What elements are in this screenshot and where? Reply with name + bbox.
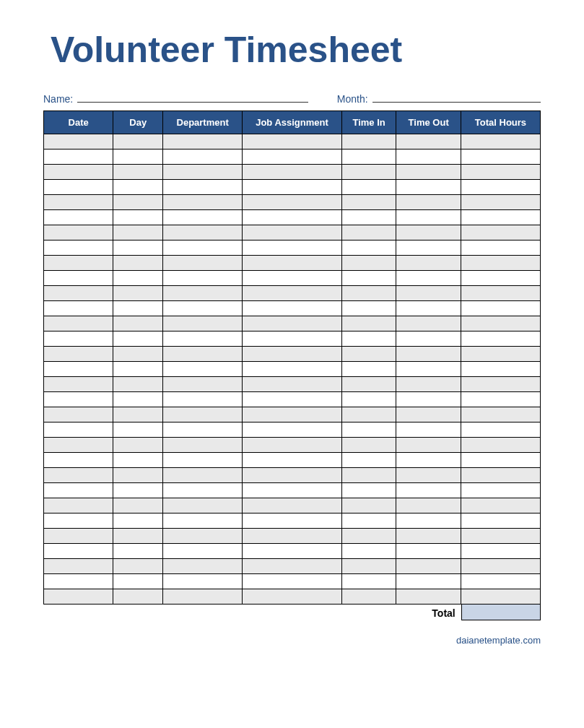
table-cell[interactable] [243, 195, 342, 210]
table-cell[interactable] [113, 195, 163, 210]
table-cell[interactable] [396, 468, 461, 483]
month-input-line[interactable] [372, 92, 541, 103]
table-cell[interactable] [113, 301, 163, 316]
table-cell[interactable] [163, 225, 243, 240]
name-input-line[interactable] [77, 92, 308, 103]
table-cell[interactable] [44, 392, 113, 407]
table-cell[interactable] [163, 514, 243, 529]
table-cell[interactable] [113, 271, 163, 286]
table-cell[interactable] [341, 301, 396, 316]
table-cell[interactable] [113, 483, 163, 498]
table-cell[interactable] [461, 407, 540, 422]
table-cell[interactable] [163, 392, 243, 407]
table-cell[interactable] [113, 225, 163, 240]
table-cell[interactable] [243, 377, 342, 392]
table-cell[interactable] [396, 256, 461, 271]
table-cell[interactable] [113, 286, 163, 301]
table-cell[interactable] [396, 301, 461, 316]
table-cell[interactable] [341, 165, 396, 180]
table-cell[interactable] [243, 392, 342, 407]
table-cell[interactable] [113, 134, 163, 150]
table-cell[interactable] [163, 332, 243, 347]
table-cell[interactable] [396, 210, 461, 225]
table-cell[interactable] [163, 134, 243, 150]
table-cell[interactable] [163, 240, 243, 256]
table-cell[interactable] [163, 347, 243, 362]
table-cell[interactable] [113, 180, 163, 195]
table-cell[interactable] [396, 377, 461, 392]
table-cell[interactable] [461, 240, 540, 256]
table-cell[interactable] [163, 150, 243, 165]
table-cell[interactable] [113, 165, 163, 180]
table-cell[interactable] [396, 316, 461, 332]
table-cell[interactable] [341, 134, 396, 150]
table-cell[interactable] [113, 498, 163, 514]
table-cell[interactable] [461, 301, 540, 316]
table-cell[interactable] [163, 589, 243, 604]
table-cell[interactable] [163, 529, 243, 544]
table-cell[interactable] [243, 150, 342, 165]
table-cell[interactable] [461, 165, 540, 180]
table-cell[interactable] [44, 468, 113, 483]
table-cell[interactable] [396, 544, 461, 559]
table-cell[interactable] [461, 438, 540, 453]
table-cell[interactable] [341, 589, 396, 604]
table-cell[interactable] [243, 210, 342, 225]
table-cell[interactable] [341, 407, 396, 422]
table-cell[interactable] [44, 240, 113, 256]
table-cell[interactable] [243, 271, 342, 286]
table-cell[interactable] [243, 529, 342, 544]
table-cell[interactable] [113, 559, 163, 574]
table-cell[interactable] [44, 559, 113, 574]
table-cell[interactable] [341, 453, 396, 468]
table-cell[interactable] [461, 377, 540, 392]
table-cell[interactable] [163, 483, 243, 498]
table-cell[interactable] [341, 362, 396, 377]
table-cell[interactable] [341, 225, 396, 240]
table-cell[interactable] [461, 195, 540, 210]
table-cell[interactable] [163, 256, 243, 271]
table-cell[interactable] [461, 271, 540, 286]
table-cell[interactable] [44, 574, 113, 589]
table-cell[interactable] [243, 544, 342, 559]
table-cell[interactable] [113, 256, 163, 271]
table-cell[interactable] [113, 529, 163, 544]
table-cell[interactable] [461, 134, 540, 150]
table-cell[interactable] [461, 180, 540, 195]
table-cell[interactable] [396, 483, 461, 498]
table-cell[interactable] [461, 316, 540, 332]
table-cell[interactable] [113, 589, 163, 604]
table-cell[interactable] [243, 468, 342, 483]
table-cell[interactable] [44, 514, 113, 529]
table-cell[interactable] [113, 210, 163, 225]
table-cell[interactable] [396, 422, 461, 438]
table-cell[interactable] [44, 498, 113, 514]
table-cell[interactable] [396, 453, 461, 468]
table-cell[interactable] [163, 316, 243, 332]
table-cell[interactable] [461, 256, 540, 271]
table-cell[interactable] [113, 240, 163, 256]
table-cell[interactable] [341, 271, 396, 286]
table-cell[interactable] [341, 195, 396, 210]
table-cell[interactable] [396, 225, 461, 240]
table-cell[interactable] [243, 225, 342, 240]
table-cell[interactable] [396, 240, 461, 256]
table-cell[interactable] [243, 180, 342, 195]
table-cell[interactable] [243, 407, 342, 422]
table-cell[interactable] [44, 150, 113, 165]
total-value-box[interactable] [461, 604, 541, 620]
table-cell[interactable] [113, 377, 163, 392]
table-cell[interactable] [396, 498, 461, 514]
table-cell[interactable] [396, 165, 461, 180]
table-cell[interactable] [341, 422, 396, 438]
table-cell[interactable] [163, 453, 243, 468]
table-cell[interactable] [396, 134, 461, 150]
table-cell[interactable] [341, 210, 396, 225]
table-cell[interactable] [44, 347, 113, 362]
table-cell[interactable] [243, 589, 342, 604]
table-cell[interactable] [461, 544, 540, 559]
table-cell[interactable] [243, 438, 342, 453]
table-cell[interactable] [461, 210, 540, 225]
table-cell[interactable] [163, 468, 243, 483]
table-cell[interactable] [44, 332, 113, 347]
